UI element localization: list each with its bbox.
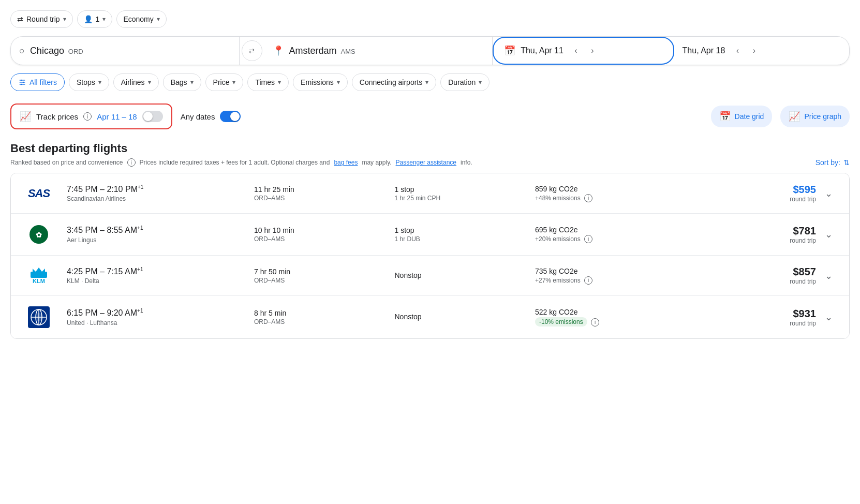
flight-row[interactable]: 6:15 PM – 9:20 AM+1 United · Lufthansa 8…	[11, 296, 849, 338]
emissions-filter-button[interactable]: Emissions ▾	[293, 73, 348, 91]
depart-date: Thu, Apr 11	[521, 46, 564, 55]
flight-list: SAS 7:45 PM – 2:10 PM+1 Scandinavian Air…	[10, 173, 850, 339]
flight-times-2: 3:45 PM – 8:55 AM+1 Aer Lingus	[67, 225, 254, 243]
duration-time-2: 10 hr 10 min	[254, 226, 395, 234]
duration-chevron: ▾	[479, 79, 482, 86]
any-dates-toggle[interactable]	[220, 111, 241, 122]
depart-date-field[interactable]: 📅 Thu, Apr 11 ‹ ›	[493, 37, 674, 65]
bags-filter-button[interactable]: Bags ▾	[163, 73, 201, 91]
price-type-4: round trip	[722, 320, 816, 327]
stop-detail-2: 1 hr DUB	[395, 235, 536, 243]
connecting-airports-chevron: ▾	[425, 79, 428, 86]
expand-flight-2[interactable]: ⌄	[820, 226, 837, 243]
date-grid-button[interactable]: 📅 Date grid	[711, 106, 773, 127]
flight-times-3: 4:25 PM – 7:15 AM+1 KLM · Delta	[67, 266, 254, 285]
flight-row[interactable]: KLM 4:25 PM – 7:15 AM+1 KLM · Delta 7 hr…	[11, 256, 849, 296]
emission-info-icon-2[interactable]: i	[584, 235, 592, 243]
top-bar: ⇄ Round trip ▾ 👤 1 ▾ Economy ▾	[10, 10, 850, 28]
flight-duration-4: 8 hr 5 min ORD–AMS	[254, 309, 395, 325]
expand-flight-4[interactable]: ⌄	[820, 309, 837, 325]
flight-price-3: $857 round trip	[722, 266, 816, 285]
depart-next-button[interactable]: ›	[585, 43, 600, 58]
destination-icon: 📍	[273, 45, 284, 56]
expand-flight-3[interactable]: ⌄	[820, 268, 837, 284]
bags-label: Bags	[171, 78, 187, 86]
airlines-filter-button[interactable]: Airlines ▾	[113, 73, 159, 91]
co2-3: 735 kg CO2e	[535, 267, 722, 275]
return-next-button[interactable]: ›	[747, 43, 761, 58]
passengers-button[interactable]: 👤 1 ▾	[77, 10, 113, 28]
bag-fees-link[interactable]: bag fees	[334, 159, 358, 166]
day-offset-1: +1	[138, 184, 143, 190]
dest-code: AMS	[341, 48, 355, 55]
cabin-button[interactable]: Economy ▾	[116, 10, 166, 28]
co2-2: 695 kg CO2e	[535, 226, 722, 234]
stops-filter-button[interactable]: Stops ▾	[69, 73, 109, 91]
airlines-chevron: ▾	[148, 79, 151, 86]
emission-pct-2: +20% emissions i	[535, 235, 722, 243]
duration-filter-button[interactable]: Duration ▾	[440, 73, 490, 91]
search-bar: ○ Chicago ORD ⇄ 📍 Amsterdam AMS 📅 Thu, A…	[10, 36, 850, 65]
emission-info-icon-1[interactable]: i	[584, 194, 592, 202]
airline-name-3: KLM · Delta	[67, 277, 254, 285]
origin-city: Chicago ORD	[30, 46, 83, 56]
price-graph-button[interactable]: 📈 Price graph	[780, 106, 850, 127]
flight-price-4: $931 round trip	[722, 308, 816, 327]
sort-icon: ⇅	[843, 158, 850, 167]
price-amount-1: $595	[722, 184, 816, 196]
price-graph-icon: 📈	[789, 111, 800, 122]
calendar-icon: 📅	[504, 45, 515, 56]
flight-row[interactable]: ✿ 3:45 PM – 8:55 AM+1 Aer Lingus 10 hr 1…	[11, 214, 849, 256]
track-prices-toggle[interactable]	[142, 111, 163, 122]
sort-button[interactable]: Sort by: ⇅	[815, 158, 850, 167]
trip-type-button[interactable]: ⇄ Round trip ▾	[10, 10, 73, 28]
results-header: Best departing flights Ranked based on p…	[10, 142, 850, 167]
flight-times-4: 6:15 PM – 9:20 AM+1 United · Lufthansa	[67, 308, 254, 326]
expand-flight-1[interactable]: ⌄	[820, 185, 837, 202]
date-grid-label: Date grid	[735, 112, 764, 121]
track-prices-label: Track prices	[36, 112, 78, 121]
emission-pct-1: +48% emissions i	[535, 194, 722, 202]
flight-price-1: $595 round trip	[722, 184, 816, 203]
flight-stops-2: 1 stop 1 hr DUB	[395, 226, 536, 243]
stop-label-1: 1 stop	[395, 185, 536, 194]
return-prev-button[interactable]: ‹	[730, 43, 745, 58]
return-date-field[interactable]: Thu, Apr 18 ‹ ›	[674, 37, 849, 65]
any-dates-section: Any dates	[181, 111, 241, 122]
times-chevron: ▾	[278, 79, 281, 86]
emission-info-icon-3[interactable]: i	[584, 276, 592, 285]
track-section: 📈 Track prices i Apr 11 – 18 Any dates 📅…	[10, 103, 850, 129]
times-filter-button[interactable]: Times ▾	[247, 73, 289, 91]
flight-emissions-3: 735 kg CO2e +27% emissions i	[535, 267, 722, 285]
ranked-text: Ranked based on price and convenience	[10, 159, 123, 166]
price-amount-2: $781	[722, 225, 816, 237]
aerlingus-logo-svg: ✿	[28, 224, 49, 245]
results-title: Best departing flights	[10, 142, 850, 155]
passengers-chevron: ▾	[102, 16, 106, 23]
track-dates: Apr 11 – 18	[97, 112, 137, 121]
price-filter-button[interactable]: Price ▾	[205, 73, 244, 91]
results-info-icon[interactable]: i	[127, 158, 136, 167]
klm-crown-icon	[31, 268, 47, 278]
flight-route-4: ORD–AMS	[254, 318, 395, 325]
airline-name-2: Aer Lingus	[67, 236, 254, 244]
all-filters-button[interactable]: All filters	[10, 73, 65, 91]
destination-field[interactable]: 📍 Amsterdam AMS	[264, 37, 493, 65]
flight-row[interactable]: SAS 7:45 PM – 2:10 PM+1 Scandinavian Air…	[11, 173, 849, 214]
swap-button[interactable]: ⇄	[242, 40, 262, 61]
connecting-airports-filter-button[interactable]: Connecting airports ▾	[352, 73, 436, 91]
airline-name-1: Scandinavian Airlines	[67, 195, 254, 202]
price-label: Price	[213, 78, 230, 86]
passenger-assistance-link[interactable]: Passenger assistance	[396, 159, 456, 166]
flight-time-range-2: 3:45 PM – 8:55 AM+1	[67, 225, 254, 235]
origin-field[interactable]: ○ Chicago ORD	[11, 37, 240, 65]
duration-time-1: 11 hr 25 min	[254, 185, 395, 194]
trending-up-icon: 📈	[20, 111, 31, 122]
track-info-icon[interactable]: i	[83, 112, 92, 121]
duration-time-4: 8 hr 5 min	[254, 309, 395, 317]
depart-prev-button[interactable]: ‹	[569, 43, 583, 58]
filters-bar: All filters Stops ▾ Airlines ▾ Bags ▾ Pr…	[10, 73, 850, 91]
stop-label-2: 1 stop	[395, 226, 536, 234]
dest-city: Amsterdam AMS	[289, 46, 355, 56]
emission-info-icon-4[interactable]: i	[591, 318, 599, 327]
